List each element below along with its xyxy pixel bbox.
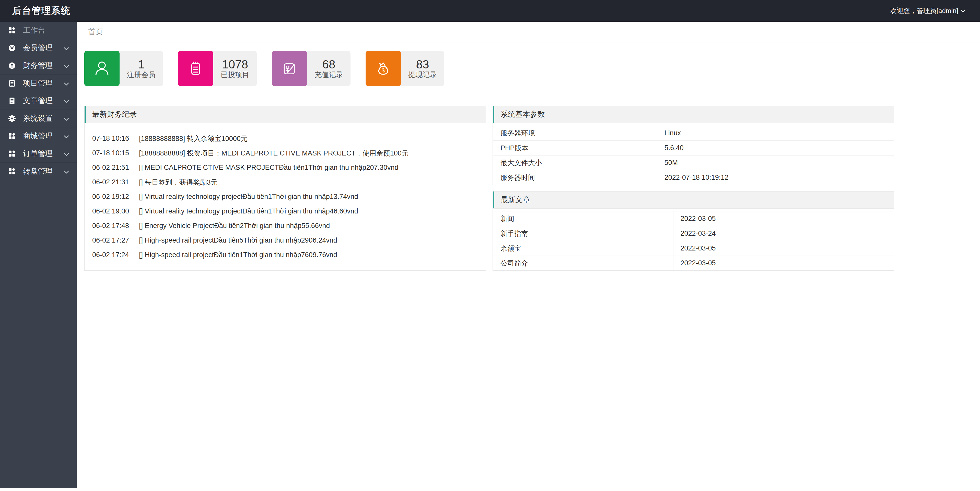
sidebar: 工作台 会员管理: [0, 22, 76, 488]
stat-value: 68: [322, 59, 335, 70]
finance-record-row: 06-02 19:00 [] Virtual reality technolog…: [92, 204, 478, 219]
stat-value: 1078: [222, 59, 248, 70]
document-icon: [8, 97, 16, 105]
clipboard-icon: [8, 79, 16, 87]
chevron-down-icon: [64, 167, 69, 176]
sidebar-item-label: 系统设置: [23, 113, 57, 124]
sidebar-item-members[interactable]: 会员管理: [0, 39, 76, 57]
stat-card-recharge-records: 68 充值记录: [272, 51, 350, 86]
sidebar-item-label: 工作台: [23, 25, 69, 35]
record-text: [] High-speed rail projectĐầu tiên5Thời …: [139, 237, 337, 244]
sidebar-item-label: 文章管理: [23, 96, 57, 106]
sidebar-item-settings[interactable]: 系统设置: [0, 110, 76, 127]
panel-title: 最新文章: [493, 192, 894, 208]
sidebar-item-label: 项目管理: [23, 78, 57, 88]
finance-records-panel: 最新财务纪录 07-18 10:16 [18888888888] 转入余额宝10…: [84, 106, 486, 271]
finance-record-row: 07-18 10:15 [18888888888] 投资项目：MEDI CALP…: [92, 146, 478, 160]
record-time: 06-02 21:31: [92, 178, 132, 186]
grid-icon: [8, 149, 16, 158]
table-row: 余额宝 2022-03-05: [493, 241, 894, 256]
chevron-down-icon: [64, 114, 69, 123]
chevron-down-icon: [64, 97, 69, 105]
param-value: 50M: [657, 156, 678, 170]
articles-table: 新闻 2022-03-05 新手指南 2022-03-24 余额宝 2022-0…: [493, 211, 894, 270]
notepad-icon: [178, 51, 213, 86]
chevron-down-icon: [64, 149, 69, 158]
record-text: [] Virtual reality technology projectĐầu…: [139, 207, 358, 215]
param-value: 2022-07-18 10:19:12: [657, 170, 729, 185]
panel-title: 最新财务纪录: [84, 106, 486, 123]
record-text: [] Energy Vehicle ProjectĐầu tiên2Thời g…: [139, 222, 330, 230]
record-time: 07-18 10:15: [92, 149, 132, 157]
stat-label: 提现记录: [408, 71, 437, 78]
record-text: [] MEDI CALPROTE CTIVE MASK PROJECTĐầu t…: [139, 164, 399, 172]
article-title[interactable]: 新手指南: [493, 226, 673, 241]
stat-value: 1: [138, 59, 145, 70]
sidebar-item-finance[interactable]: 财务管理: [0, 57, 76, 75]
stat-label: 注册会员: [127, 71, 156, 78]
param-label: 服务器环境: [493, 126, 657, 140]
yen-circle-icon: [8, 61, 16, 70]
finance-record-row: 07-18 10:16 [18888888888] 转入余额宝10000元: [92, 131, 478, 146]
finance-record-row: 06-02 17:24 [] High-speed rail projectĐầ…: [92, 248, 478, 262]
table-row: PHP版本 5.6.40: [493, 141, 894, 156]
panel-title: 系统基本参数: [493, 106, 894, 123]
user-icon: [84, 51, 119, 86]
gear-icon: [8, 114, 16, 123]
record-time: 06-02 19:00: [92, 207, 132, 215]
sidebar-item-label: 财务管理: [23, 60, 57, 71]
finance-record-row: 06-02 19:12 [] Virtual reality technolog…: [92, 189, 478, 204]
record-text: [] Virtual reality technology projectĐầu…: [139, 193, 358, 201]
record-time: 06-02 17:27: [92, 237, 132, 244]
table-row: 新手指南 2022-03-24: [493, 226, 894, 241]
record-text: [18888888888] 投资项目：MEDI CALPROTE CTIVE M…: [139, 149, 409, 158]
stat-card-invested-projects: 1078 已投项目: [178, 51, 257, 86]
article-title[interactable]: 新闻: [493, 211, 673, 226]
chevron-down-icon: [64, 44, 69, 52]
table-row: 新闻 2022-03-05: [493, 211, 894, 226]
param-label: 服务器时间: [493, 170, 657, 185]
stats-row: 1 注册会员: [84, 51, 980, 86]
table-row: 最大文件大小 50M: [493, 156, 894, 170]
main-content: 首页 1 注册会员: [76, 22, 980, 491]
grid-icon: [8, 26, 16, 35]
stat-label: 已投项目: [221, 71, 249, 78]
article-title[interactable]: 余额宝: [493, 241, 673, 256]
record-time: 06-02 19:12: [92, 193, 132, 201]
sidebar-item-label: 商城管理: [23, 131, 57, 141]
article-date: 2022-03-24: [673, 226, 716, 241]
sidebar-item-articles[interactable]: 文章管理: [0, 92, 76, 110]
chevron-down-icon: [64, 62, 69, 70]
param-label: PHP版本: [493, 141, 657, 155]
app-title: 后台管理系统: [12, 5, 70, 17]
breadcrumb-home[interactable]: 首页: [88, 27, 103, 37]
sidebar-item-label: 会员管理: [23, 43, 57, 53]
chevron-down-icon: [64, 79, 69, 87]
table-row: 服务器环境 Linux: [493, 126, 894, 141]
sidebar-item-wheel[interactable]: 转盘管理: [0, 163, 76, 180]
yen-edit-icon: [272, 51, 307, 86]
system-params-panel: 系统基本参数 服务器环境 Linux PHP版本 5.6.40: [493, 106, 894, 185]
article-title[interactable]: 公司简介: [493, 256, 673, 270]
table-row: 服务器时间 2022-07-18 10:19:12: [493, 170, 894, 185]
moneybag-icon: $: [366, 51, 401, 86]
record-time: 06-02 21:51: [92, 164, 132, 172]
grid-icon: [8, 167, 16, 176]
sidebar-item-workbench[interactable]: 工作台: [0, 22, 76, 39]
chevron-down-icon: [64, 132, 69, 140]
sidebar-item-projects[interactable]: 项目管理: [0, 75, 76, 92]
finance-record-list: 07-18 10:16 [18888888888] 转入余额宝10000元 07…: [84, 123, 486, 269]
sidebar-item-mall[interactable]: 商城管理: [0, 127, 76, 145]
record-text: [] High-speed rail projectĐầu tiên1Thời …: [139, 251, 337, 259]
welcome-text: 欢迎您，管理员[admin]: [890, 6, 958, 15]
stat-card-withdrawal-records: $ 83 提现记录: [366, 51, 444, 86]
user-menu[interactable]: 欢迎您，管理员[admin]: [890, 6, 966, 15]
chevron-down-icon: [960, 9, 966, 13]
sidebar-item-orders[interactable]: 订单管理: [0, 145, 76, 163]
table-row: 公司简介 2022-03-05: [493, 256, 894, 270]
finance-record-row: 06-02 21:31 [] 每日签到，获得奖励3元: [92, 175, 478, 189]
stat-value: 83: [416, 59, 429, 70]
finance-record-row: 06-02 17:27 [] High-speed rail projectĐầ…: [92, 233, 478, 248]
stat-card-registered-members: 1 注册会员: [84, 51, 163, 86]
member-icon: [8, 44, 16, 52]
